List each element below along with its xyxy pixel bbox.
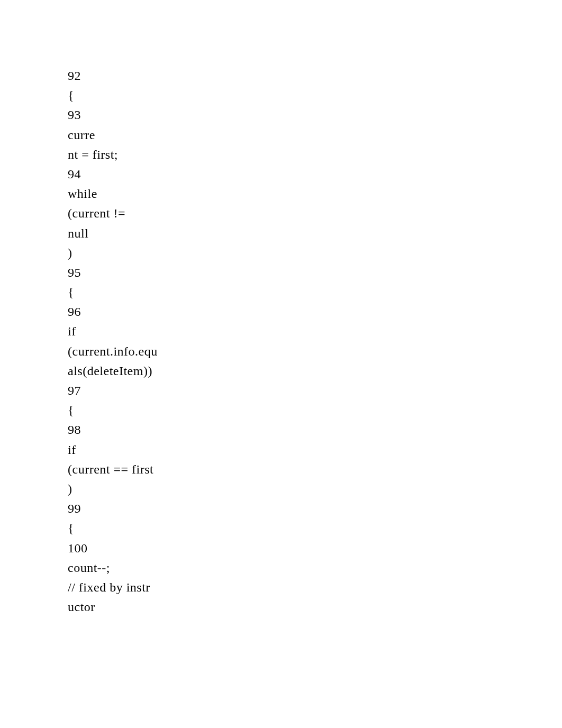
code-line: 96 [68, 302, 562, 322]
code-line: ) [68, 243, 562, 263]
code-line: if [68, 322, 562, 341]
code-line: uctor [68, 597, 562, 617]
code-line: 100 [68, 539, 562, 558]
code-line: 99 [68, 499, 562, 518]
code-line: 97 [68, 381, 562, 401]
code-line: 93 [68, 105, 562, 125]
code-line: (current == first [68, 460, 562, 479]
code-line: null [68, 224, 562, 243]
code-line: 92 [68, 66, 562, 86]
code-line: if [68, 440, 562, 460]
code-line: // fixed by instr [68, 578, 562, 597]
code-line: 98 [68, 420, 562, 440]
code-line: als(deleteItem)) [68, 361, 562, 381]
code-line: { [68, 86, 562, 105]
code-line: ) [68, 479, 562, 499]
code-line: curre [68, 125, 562, 145]
code-line: while [68, 184, 562, 204]
code-line: 95 [68, 263, 562, 283]
code-line: count--; [68, 558, 562, 578]
code-line: { [68, 401, 562, 420]
code-line: nt = first; [68, 145, 562, 165]
code-line: (current != [68, 204, 562, 223]
code-line: { [68, 518, 562, 538]
code-line: 94 [68, 165, 562, 184]
document-page: 92 { 93 curre nt = first; 94 while (curr… [0, 0, 562, 728]
code-line: { [68, 283, 562, 302]
code-line: (current.info.equ [68, 342, 562, 361]
